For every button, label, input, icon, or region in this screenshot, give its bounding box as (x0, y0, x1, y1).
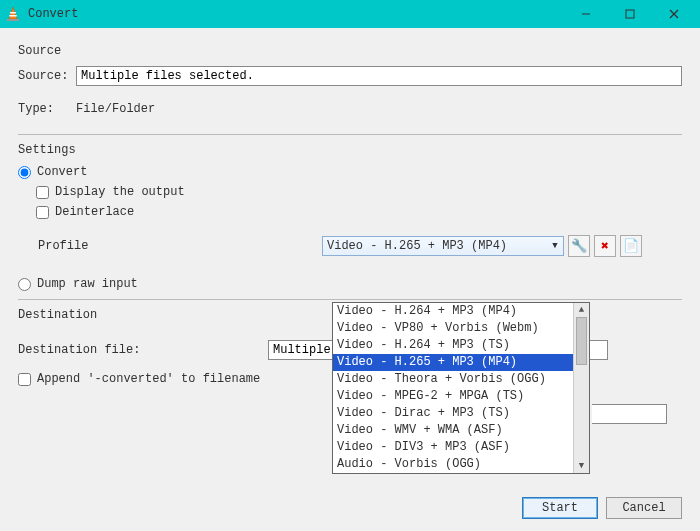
svg-rect-2 (9, 15, 16, 17)
delete-x-icon: ✖ (601, 238, 609, 254)
profile-selected-text: Video - H.265 + MP3 (MP4) (323, 239, 547, 253)
profile-option[interactable]: Video - H.264 + MP3 (TS) (333, 337, 573, 354)
svg-rect-5 (626, 10, 634, 18)
dump-raw-label: Dump raw input (37, 277, 138, 291)
profile-option[interactable]: Video - DIV3 + MP3 (ASF) (333, 439, 573, 456)
profile-option[interactable]: Video - MPEG-2 + MPGA (TS) (333, 388, 573, 405)
type-value: File/Folder (76, 102, 155, 116)
svg-rect-3 (7, 19, 19, 21)
vlc-logo-icon (4, 5, 22, 23)
append-converted-checkbox[interactable] (18, 373, 31, 386)
deinterlace-checkbox[interactable] (36, 206, 49, 219)
destination-file-input-fragment[interactable] (592, 404, 667, 424)
minimize-button[interactable] (564, 0, 608, 28)
delete-profile-button[interactable]: ✖ (594, 235, 616, 257)
scroll-down-icon[interactable]: ▼ (574, 459, 589, 473)
profile-option[interactable]: Video - Theora + Vorbis (OGG) (333, 371, 573, 388)
convert-radio[interactable] (18, 166, 31, 179)
new-profile-button[interactable]: 📄 (620, 235, 642, 257)
profile-combobox[interactable]: Video - H.265 + MP3 (MP4) ▼ (322, 236, 564, 256)
convert-radio-label: Convert (37, 165, 87, 179)
profile-option[interactable]: Video - VP80 + Vorbis (Webm) (333, 320, 573, 337)
display-output-label: Display the output (55, 185, 185, 199)
destination-file-label: Destination file: (18, 343, 158, 357)
profile-option[interactable]: Video - WMV + WMA (ASF) (333, 422, 573, 439)
display-output-checkbox[interactable] (36, 186, 49, 199)
window-title: Convert (28, 7, 78, 21)
scroll-up-icon[interactable]: ▲ (574, 303, 589, 317)
append-converted-label: Append '-converted' to filename (37, 372, 260, 386)
edit-profile-button[interactable]: 🔧 (568, 235, 590, 257)
deinterlace-label: Deinterlace (55, 205, 134, 219)
new-profile-icon: 📄 (623, 238, 639, 254)
titlebar: Convert (0, 0, 700, 28)
profile-option[interactable]: Audio - Vorbis (OGG) (333, 456, 573, 473)
source-label: Source: (18, 69, 76, 83)
profile-label: Profile (38, 239, 98, 253)
start-button-label: Start (542, 501, 578, 515)
close-button[interactable] (652, 0, 696, 28)
wrench-icon: 🔧 (571, 238, 587, 254)
source-input[interactable] (76, 66, 682, 86)
start-button[interactable]: Start (522, 497, 598, 519)
settings-section-label: Settings (18, 143, 682, 157)
cancel-button-label: Cancel (622, 501, 665, 515)
dump-raw-radio[interactable] (18, 278, 31, 291)
profile-option[interactable]: Video - H.264 + MP3 (MP4) (333, 303, 573, 320)
separator (18, 134, 682, 135)
dropdown-scrollbar[interactable]: ▲ ▼ (573, 303, 589, 473)
chevron-down-icon: ▼ (547, 241, 563, 251)
type-label: Type: (18, 102, 76, 116)
cancel-button[interactable]: Cancel (606, 497, 682, 519)
profile-option-selected[interactable]: Video - H.265 + MP3 (MP4) (333, 354, 573, 371)
source-section-label: Source (18, 44, 682, 58)
separator-2 (18, 299, 682, 300)
profile-option[interactable]: Video - Dirac + MP3 (TS) (333, 405, 573, 422)
scroll-thumb[interactable] (576, 317, 587, 365)
profile-dropdown-list[interactable]: Video - H.264 + MP3 (MP4) Video - VP80 +… (332, 302, 590, 474)
svg-rect-1 (10, 12, 16, 14)
maximize-button[interactable] (608, 0, 652, 28)
